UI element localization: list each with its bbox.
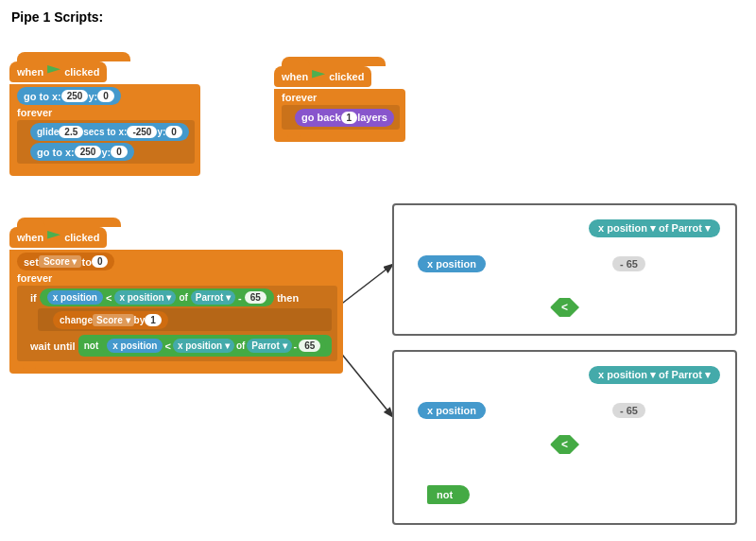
script1-forever-inner: glide 2.5 secs to x: -250 y: 0 go to x: … [17, 120, 195, 164]
z1-lessthan: < [550, 298, 579, 317]
script3-stack: when clicked set Score ▾ to 0 forever if… [9, 218, 343, 374]
script2-forever-inner: go back 1 layers [282, 105, 400, 130]
glide-block: glide 2.5 secs to x: -250 y: 0 [30, 123, 189, 141]
z2-minus65: - 65 [612, 401, 645, 418]
forever-label: forever [17, 107, 195, 118]
forever3-label: forever [17, 272, 337, 284]
green-flag2-icon [312, 70, 325, 83]
goto-block2: go to x: 250 y: 0 [30, 143, 189, 161]
forever2-label: forever [282, 92, 400, 103]
green-flag3-icon [47, 231, 60, 244]
script2-hat: when clicked [274, 66, 371, 87]
connector3 [23, 363, 36, 369]
wait-until-block: wait until not x position < x position ▾… [30, 335, 332, 357]
script3-forever-inner: if x position < x position ▾ of Parrot ▾… [17, 286, 337, 361]
zoom-box-1: x position ▾ of Parrot ▾ x position - 65… [392, 203, 737, 336]
z1-minus65: - 65 [612, 254, 645, 271]
clicked2-label: clicked [329, 71, 364, 82]
set-score-block: set Score ▾ to 0 [17, 253, 337, 270]
when-label: when [17, 66, 43, 78]
if-inner: change Score ▾ by 1 [38, 308, 332, 331]
script1-stack: when clicked go to x: 250 y: 0 forever g… [9, 52, 200, 176]
script3-body: set Score ▾ to 0 forever if x position <… [9, 250, 343, 374]
goto-block: go to x: 250 y: 0 [17, 87, 195, 105]
z1-xpos-parrot: x position ▾ of Parrot ▾ [589, 218, 720, 237]
script2-stack: when clicked forever go back 1 layers [274, 57, 405, 142]
z2-not: not [427, 485, 470, 504]
connector2 [287, 131, 301, 137]
z2-xpos-parrot: x position ▾ of Parrot ▾ [589, 365, 720, 384]
when2-label: when [282, 71, 308, 82]
script1-hat: when clicked [9, 61, 107, 82]
z2-lessthan: < [550, 435, 579, 454]
z2-xpos: x position [418, 401, 486, 419]
script3-hat: when clicked [9, 227, 107, 248]
script2-body: forever go back 1 layers [274, 89, 405, 142]
green-flag-icon [47, 65, 60, 79]
script1-body: go to x: 250 y: 0 forever glide 2.5 secs… [9, 84, 200, 176]
page-title: Pipe 1 Scripts: [0, 0, 756, 30]
connector1 [23, 166, 36, 171]
if-block: if x position < x position ▾ of Parrot ▾… [30, 288, 332, 306]
clicked-label: clicked [64, 66, 99, 78]
zoom-box-2: x position ▾ of Parrot ▾ x position - 65… [392, 350, 737, 525]
z1-xpos: x position [418, 254, 486, 272]
